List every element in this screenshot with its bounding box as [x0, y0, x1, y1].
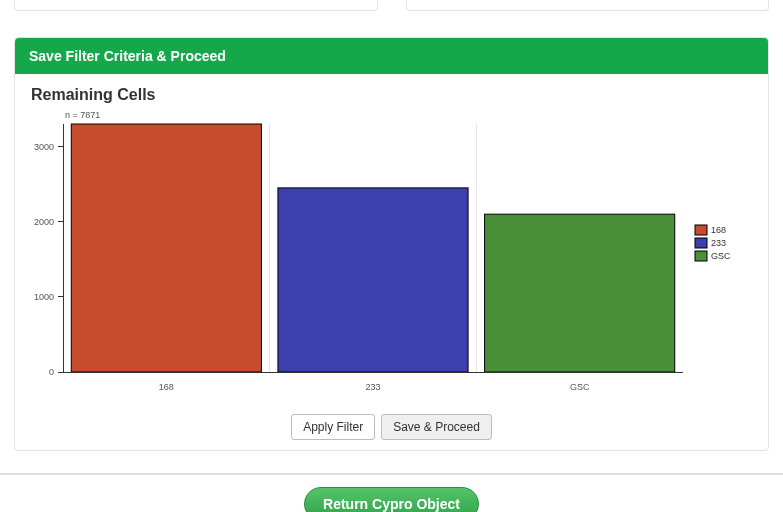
apply-filter-button[interactable]: Apply Filter: [291, 414, 375, 440]
return-row: Return Cypro Object: [0, 475, 783, 512]
y-tick-label: 1000: [34, 292, 54, 302]
return-cypro-object-button[interactable]: Return Cypro Object: [304, 487, 479, 512]
bar-233: [278, 188, 468, 372]
legend-swatch-233: [695, 238, 707, 248]
x-tick-label: GSC: [570, 382, 590, 392]
filter-panel: Save Filter Criteria & Proceed Remaining…: [14, 37, 769, 451]
legend-swatch-168: [695, 225, 707, 235]
y-tick-label: 0: [49, 367, 54, 377]
legend-label: 233: [711, 238, 726, 248]
legend-label: GSC: [711, 251, 731, 261]
legend-label: 168: [711, 225, 726, 235]
chart-area: n = 78710100020003000168233GSC168233GSC: [15, 104, 768, 410]
inactive-panel-right: [406, 0, 770, 11]
save-proceed-button[interactable]: Save & Proceed: [381, 414, 492, 440]
inactive-panel-left: [14, 0, 378, 11]
bar-GSC: [485, 214, 675, 372]
remaining-cells-bar-chart: n = 78710100020003000168233GSC168233GSC: [23, 104, 763, 402]
y-tick-label: 2000: [34, 217, 54, 227]
chart-title: Remaining Cells: [15, 74, 768, 104]
x-tick-label: 168: [159, 382, 174, 392]
y-tick-label: 3000: [34, 142, 54, 152]
panel-header: Save Filter Criteria & Proceed: [15, 38, 768, 74]
bar-168: [71, 124, 261, 372]
legend-swatch-GSC: [695, 251, 707, 261]
button-row: Apply Filter Save & Proceed: [15, 410, 768, 450]
x-tick-label: 233: [365, 382, 380, 392]
chart-subtitle: n = 7871: [65, 110, 100, 120]
inactive-panels-row: [0, 0, 783, 11]
